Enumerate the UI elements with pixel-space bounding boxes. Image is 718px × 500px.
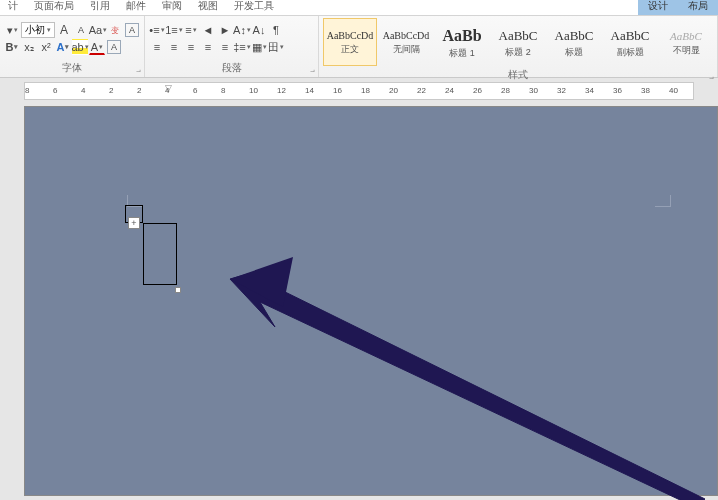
styles-gallery[interactable]: AaBbCcDd 正文 AaBbCcDd 无间隔 AaBb 标题 1 AaBbC…: [319, 16, 717, 68]
line-spacing-icon[interactable]: ‡≡: [234, 39, 250, 55]
ruler-tick: 34: [585, 86, 594, 95]
ruler-tick: 32: [557, 86, 566, 95]
shape-anchor-icon[interactable]: +: [128, 217, 140, 229]
ruler-tick: 18: [361, 86, 370, 95]
context-tab-design[interactable]: 设计: [638, 0, 678, 15]
align-left-icon[interactable]: ≡: [149, 39, 165, 55]
svg-marker-1: [230, 257, 293, 307]
context-tab-layout[interactable]: 布局: [678, 0, 718, 15]
numbering-icon[interactable]: 1≡: [166, 22, 182, 38]
style-heading1[interactable]: AaBb 标题 1: [435, 18, 489, 66]
ruler-tick: 4: [165, 86, 169, 95]
bold-dropdown[interactable]: B: [4, 39, 20, 55]
highlight-icon[interactable]: ab: [72, 39, 88, 55]
distributed-icon[interactable]: ≡: [217, 39, 233, 55]
ruler-tick: 36: [613, 86, 622, 95]
rectangle-shape[interactable]: [143, 223, 177, 285]
resize-handle[interactable]: [175, 287, 181, 293]
text-effects-icon[interactable]: A: [55, 39, 71, 55]
text-direction-icon[interactable]: A↕: [234, 22, 250, 38]
document-page[interactable]: +: [24, 106, 718, 496]
tab-mailings[interactable]: 邮件: [118, 0, 154, 15]
ruler-tick: 14: [305, 86, 314, 95]
align-right-icon[interactable]: ≡: [183, 39, 199, 55]
ruler-tick: 6: [193, 86, 197, 95]
style-subtitle[interactable]: AaBbC 副标题: [603, 18, 657, 66]
style-subtle[interactable]: AaBbC 不明显: [659, 18, 713, 66]
horizontal-ruler[interactable]: ▽ 86422468101214161820222426283032343638…: [24, 82, 694, 100]
grow-font-icon[interactable]: A: [56, 22, 72, 38]
annotation-arrow-icon: [25, 107, 718, 500]
ruler-tick: 4: [81, 86, 85, 95]
show-marks-icon[interactable]: ¶: [268, 22, 284, 38]
char-border-icon[interactable]: A: [106, 39, 122, 55]
bullets-icon[interactable]: •≡: [149, 22, 165, 38]
ruler-tick: 6: [53, 86, 57, 95]
style-no-spacing[interactable]: AaBbCcDd 无间隔: [379, 18, 433, 66]
ruler-tick: 12: [277, 86, 286, 95]
shading-icon[interactable]: ▦: [251, 39, 267, 55]
style-heading2[interactable]: AaBbC 标题 2: [491, 18, 545, 66]
change-case-icon[interactable]: Aa: [90, 22, 106, 38]
justify-icon[interactable]: ≡: [200, 39, 216, 55]
ruler-tick: 16: [333, 86, 342, 95]
ruler-tick: 20: [389, 86, 398, 95]
margin-corner-tr: [655, 195, 671, 207]
superscript-icon[interactable]: x²: [38, 39, 54, 55]
font-group-label: 字体: [0, 61, 144, 77]
tab-references[interactable]: 引用: [82, 0, 118, 15]
phonetic-guide-icon[interactable]: 变: [107, 22, 123, 38]
shrink-font-icon[interactable]: A: [73, 22, 89, 38]
tab-view[interactable]: 视图: [190, 0, 226, 15]
ruler-tick: 8: [25, 86, 29, 95]
tab-design-partial[interactable]: 计: [0, 0, 26, 15]
font-size-select[interactable]: 小初: [21, 22, 55, 38]
multilevel-icon[interactable]: ≡: [183, 22, 199, 38]
increase-indent-icon[interactable]: ►: [217, 22, 233, 38]
ribbon-tabs: 计 页面布局 引用 邮件 审阅 视图 开发工具 设计 布局: [0, 0, 718, 16]
sort-icon[interactable]: A↓: [251, 22, 267, 38]
ruler-tick: 8: [221, 86, 225, 95]
ruler-tick: 40: [669, 86, 678, 95]
ruler-tick: 28: [501, 86, 510, 95]
style-title[interactable]: AaBbC 标题: [547, 18, 601, 66]
ruler-tick: 30: [529, 86, 538, 95]
ribbon: ▾ 小初 A A Aa 变 A B x₂ x² A ab A A: [0, 16, 718, 78]
ruler-tick: 22: [417, 86, 426, 95]
document-area: +: [0, 100, 718, 500]
tab-developer[interactable]: 开发工具: [226, 0, 282, 15]
ruler-tick: 24: [445, 86, 454, 95]
ruler-tick: 10: [249, 86, 258, 95]
style-normal[interactable]: AaBbCcDd 正文: [323, 18, 377, 66]
ruler-tick: 2: [109, 86, 113, 95]
ruler-tick: 26: [473, 86, 482, 95]
decrease-indent-icon[interactable]: ◄: [200, 22, 216, 38]
tab-page-layout[interactable]: 页面布局: [26, 0, 82, 15]
borders-icon[interactable]: 田: [268, 39, 284, 55]
align-center-icon[interactable]: ≡: [166, 39, 182, 55]
ruler-tick: 2: [137, 86, 141, 95]
svg-marker-0: [230, 262, 705, 500]
ruler-tick: 38: [641, 86, 650, 95]
clear-format-icon[interactable]: A: [124, 22, 140, 38]
tab-review[interactable]: 审阅: [154, 0, 190, 15]
font-color-icon[interactable]: A: [89, 39, 105, 55]
paragraph-group-label: 段落: [145, 61, 318, 77]
subscript-icon[interactable]: x₂: [21, 39, 37, 55]
font-family-dropdown[interactable]: ▾: [4, 22, 20, 38]
